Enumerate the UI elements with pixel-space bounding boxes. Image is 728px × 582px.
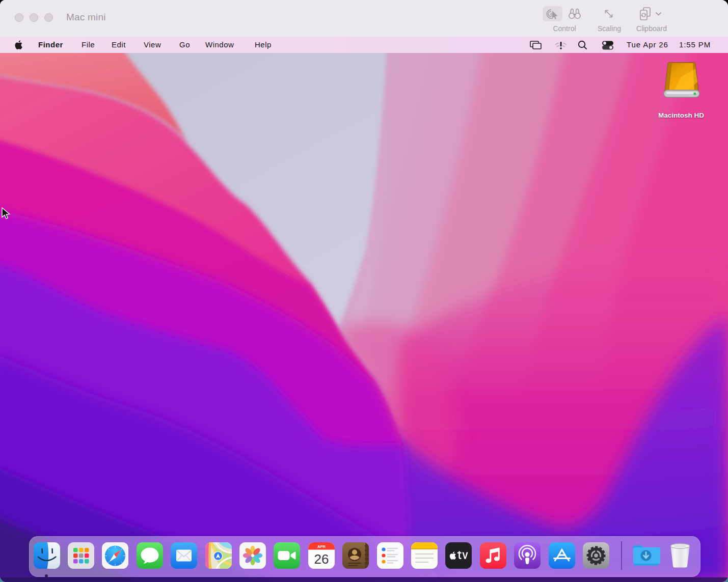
svg-text:APR: APR <box>317 544 326 549</box>
svg-text:26: 26 <box>314 551 329 567</box>
